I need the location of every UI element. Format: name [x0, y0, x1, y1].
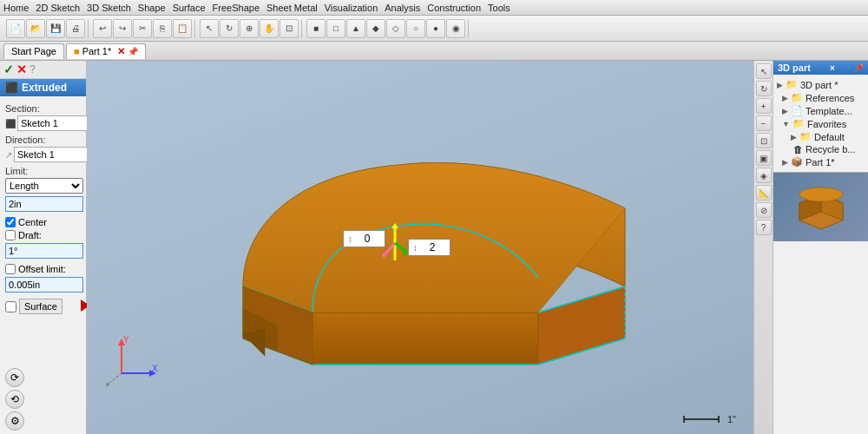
- svg-point-27: [106, 383, 109, 386]
- tree-label-template: Template...: [806, 106, 852, 116]
- center-label: Center: [18, 217, 47, 227]
- vert-btn-fit[interactable]: ⊡: [756, 133, 772, 148]
- toolbar-btn-iso[interactable]: ◆: [366, 19, 385, 38]
- section-row: ⬛ +: [5, 115, 81, 131]
- tree-label-references: References: [806, 93, 854, 103]
- tree-item-default[interactable]: ▶ 📁 Default: [773, 130, 868, 143]
- toolbar-btn-view2[interactable]: ○: [406, 19, 425, 38]
- surface-button[interactable]: Surface: [19, 299, 62, 314]
- tree-item-3dpart[interactable]: ▶ 📁 3D part *: [773, 78, 868, 91]
- tree-item-favorites[interactable]: ▼ 📁 Favorites: [773, 117, 868, 130]
- toolbar-btn-view4[interactable]: ◉: [446, 19, 465, 38]
- draft-checkbox[interactable]: [5, 230, 16, 240]
- tree-item-template[interactable]: ▶ 📄 Template...: [773, 104, 868, 117]
- dim-value-1[interactable]: [354, 233, 380, 245]
- menu-2dsketch[interactable]: 2D Sketch: [36, 3, 80, 13]
- toolbar-btn-select[interactable]: ↖: [200, 19, 219, 38]
- menu-home[interactable]: Home: [3, 3, 29, 13]
- surface-row: Surface: [5, 299, 81, 314]
- toolbar-btn-view1[interactable]: ◇: [386, 19, 405, 38]
- length-input[interactable]: [5, 196, 83, 212]
- toolbar-btn-back[interactable]: □: [326, 19, 345, 38]
- axes-svg: Y X: [104, 330, 161, 386]
- menu-shape[interactable]: Shape: [138, 3, 166, 13]
- menu-construction[interactable]: Construction: [427, 3, 481, 13]
- bottom-icon-1[interactable]: ⟳: [5, 368, 24, 387]
- ok-icon[interactable]: ✓: [3, 62, 14, 76]
- tab-part[interactable]: ■ Part 1* ✕ 📌: [66, 43, 146, 59]
- dim-value-2[interactable]: [419, 241, 445, 253]
- vert-btn-shading[interactable]: ◈: [756, 168, 772, 183]
- toolbar-btn-zoom[interactable]: ⊕: [240, 19, 259, 38]
- tab-part-close[interactable]: ✕: [117, 46, 125, 57]
- help-icon[interactable]: ?: [30, 63, 36, 76]
- tree-icon-7: 📦: [791, 156, 803, 168]
- tab-part-label: Part 1*: [82, 46, 112, 56]
- menu-sheetmetal[interactable]: Sheet Metal: [266, 3, 318, 13]
- toolbar-btn-save[interactable]: 💾: [46, 19, 65, 38]
- vert-btn-view[interactable]: ▣: [756, 150, 772, 166]
- toolbar-btn-copy[interactable]: ⎘: [153, 19, 172, 38]
- scale-bar: 1": [680, 413, 736, 425]
- vert-btn-zoomout[interactable]: −: [756, 115, 772, 131]
- tree-item-part1[interactable]: ▶ 📦 Part 1*: [773, 155, 868, 168]
- menu-surface[interactable]: Surface: [173, 3, 206, 13]
- dim-input-1[interactable]: ↕: [343, 230, 385, 247]
- draft-input[interactable]: [5, 243, 83, 259]
- toolbar-btn-top[interactable]: ▲: [346, 19, 365, 38]
- vert-btn-cursor[interactable]: ↖: [756, 63, 772, 79]
- svg-line-18: [395, 243, 406, 252]
- toolbar-btn-view3[interactable]: ●: [426, 19, 445, 38]
- main-layout: ✓ ✕ ? ⬛ Extruded Section: ⬛ + Direction:…: [0, 61, 868, 434]
- toolbar-btn-print[interactable]: 🖨: [66, 19, 85, 38]
- svg-marker-5: [538, 286, 625, 365]
- vert-btn-rotate[interactable]: ↻: [756, 81, 772, 96]
- vert-toolbar: ↖ ↻ + − ⊡ ▣ ◈ 📐 ⊘ ?: [753, 61, 773, 434]
- toolbar-btn-paste[interactable]: 📋: [173, 19, 192, 38]
- toolbar-btn-cut[interactable]: ✂: [133, 19, 152, 38]
- limit-type-select[interactable]: Length: [5, 178, 83, 194]
- tab-bar: Start Page ■ Part 1* ✕ 📌: [0, 42, 868, 61]
- offset-input[interactable]: [5, 277, 83, 293]
- tree-item-recycle[interactable]: 🗑 Recycle b...: [773, 143, 868, 155]
- toolbar-btn-fit[interactable]: ⊡: [279, 19, 299, 38]
- toolbar-btn-redo[interactable]: ↪: [113, 19, 132, 38]
- toolbar-btn-pan[interactable]: ✋: [260, 19, 279, 38]
- menu-analysis[interactable]: Analysis: [385, 3, 420, 13]
- toolbar-btn-front[interactable]: ■: [306, 19, 326, 38]
- menu-3dsketch[interactable]: 3D Sketch: [87, 3, 131, 13]
- menu-tools[interactable]: Tools: [488, 3, 510, 13]
- panel-body: Section: ⬛ + Direction: ↗ + Limit: Lengt…: [0, 96, 86, 365]
- viewport[interactable]: ↕ ↕: [87, 61, 753, 434]
- right-panel-close[interactable]: ×: [830, 63, 835, 73]
- toolbar-btn-open[interactable]: 📂: [26, 19, 45, 38]
- tree-icon-2: 📁: [791, 92, 803, 103]
- tree-label-favorites: Favorites: [807, 119, 846, 129]
- menu-freeshape[interactable]: FreeShape: [213, 3, 260, 13]
- vert-btn-zoomin[interactable]: +: [756, 98, 772, 114]
- cancel-icon[interactable]: ✕: [16, 62, 27, 76]
- tab-part-pin[interactable]: 📌: [128, 47, 138, 56]
- dim-input-2[interactable]: ↕: [408, 239, 450, 256]
- tree-label-part1: Part 1*: [806, 157, 835, 168]
- toolbar-btn-rotate[interactable]: ↻: [220, 19, 239, 38]
- menu-visualization[interactable]: Visualization: [325, 3, 378, 13]
- offset-checkbox[interactable]: [5, 264, 16, 274]
- vert-btn-section[interactable]: ⊘: [756, 202, 772, 218]
- vert-btn-measure[interactable]: 📐: [756, 185, 772, 201]
- mini-preview-svg: [786, 181, 856, 233]
- bottom-icon-2[interactable]: ⟲: [5, 390, 24, 409]
- bottom-icon-3[interactable]: ⚙: [5, 411, 24, 431]
- toolbar-btn-undo[interactable]: ↩: [93, 19, 112, 38]
- tree-item-references[interactable]: ▶ 📁 References: [773, 91, 868, 104]
- right-panel-pin[interactable]: 📌: [854, 63, 864, 72]
- dim-arrow-2: ↕: [413, 243, 418, 253]
- panel-title: ⬛ Extruded: [0, 79, 86, 96]
- tab-start[interactable]: Start Page: [3, 43, 64, 59]
- surface-checkbox[interactable]: [5, 301, 16, 312]
- tree-icon-5: 📁: [799, 131, 812, 142]
- toolbar-btn-new[interactable]: 📄: [6, 19, 25, 38]
- tree-icon-1: 📁: [786, 79, 798, 90]
- vert-btn-help[interactable]: ?: [756, 220, 772, 235]
- center-checkbox[interactable]: [5, 217, 16, 227]
